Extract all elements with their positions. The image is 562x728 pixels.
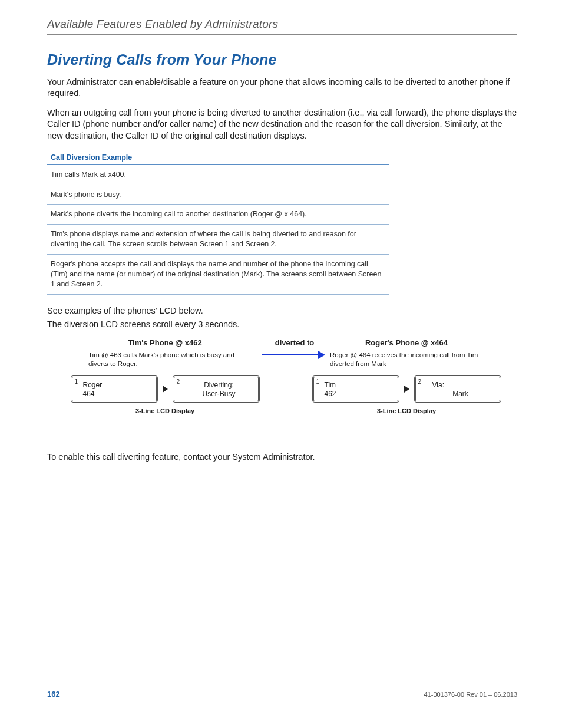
lcd-line: Via: bbox=[427, 381, 495, 390]
tim-screen-2: 2 Diverting: User-Busy bbox=[173, 375, 260, 403]
roger-lcd-label: 3-Line LCD Display bbox=[306, 407, 507, 414]
lcd-line: User-Busy bbox=[185, 390, 253, 398]
roger-lcd-row: 1 Tim 462 2 Via: Mark bbox=[306, 375, 507, 403]
scroll-arrow-icon bbox=[404, 386, 409, 393]
lcd-line: Roger bbox=[83, 381, 151, 390]
example-row: Roger's phone accepts the call and displ… bbox=[47, 255, 389, 295]
page-number: 162 bbox=[47, 690, 60, 699]
doc-id: 41-001376-00 Rev 01 – 06.2013 bbox=[424, 691, 517, 698]
closing-paragraph: To enable this call diverting feature, c… bbox=[47, 452, 517, 463]
example-row: Tim's phone displays name and extension … bbox=[47, 225, 389, 255]
note-line-2: The diversion LCD screens scroll every 3… bbox=[47, 319, 517, 330]
header-rule bbox=[47, 34, 517, 35]
screen-number: 2 bbox=[177, 378, 180, 386]
example-row: Mark's phone is busy. bbox=[47, 185, 389, 205]
tim-column: Tim's Phone @ x462 Tim @ 463 calls Mark'… bbox=[65, 338, 265, 414]
section-title: Diverting Calls from Your Phone bbox=[47, 51, 517, 68]
example-row: Mark's phone diverts the incoming call t… bbox=[47, 205, 389, 225]
example-row: Tim calls Mark at x400. bbox=[47, 165, 389, 185]
lcd-line: Tim bbox=[325, 381, 393, 390]
lcd-diagram: Tim's Phone @ x462 Tim @ 463 calls Mark'… bbox=[47, 338, 518, 439]
example-table: Call Diversion Example Tim calls Mark at… bbox=[47, 150, 389, 295]
roger-column: Roger's Phone @ x464 Roger @ 464 receive… bbox=[306, 338, 507, 414]
screen-number: 1 bbox=[316, 378, 320, 386]
page-footer: 162 41-001376-00 Rev 01 – 06.2013 bbox=[47, 690, 517, 699]
lcd-line: 462 bbox=[325, 390, 393, 398]
tim-lcd-label: 3-Line LCD Display bbox=[65, 407, 265, 414]
tim-phone-title: Tim's Phone @ x462 bbox=[65, 338, 265, 347]
tim-screen-1: 1 Roger 464 bbox=[71, 375, 158, 403]
lcd-line: Mark bbox=[427, 390, 495, 398]
tim-lcd-row: 1 Roger 464 2 Diverting: User-Busy bbox=[65, 375, 265, 403]
intro-paragraph-2: When an outgoing call from your phone is… bbox=[47, 107, 517, 141]
roger-screen-2: 2 Via: Mark bbox=[414, 375, 501, 403]
lcd-line: Diverting: bbox=[185, 381, 253, 390]
screen-number: 2 bbox=[418, 378, 422, 386]
roger-screen-1: 1 Tim 462 bbox=[312, 375, 399, 403]
lcd-line: 464 bbox=[83, 390, 151, 398]
screen-number: 1 bbox=[75, 378, 78, 386]
scroll-arrow-icon bbox=[163, 386, 168, 393]
note-line-1: See examples of the phones' LCD below. bbox=[47, 305, 517, 317]
roger-phone-title: Roger's Phone @ x464 bbox=[306, 338, 507, 347]
example-header: Call Diversion Example bbox=[47, 150, 389, 165]
running-header: Available Features Enabled by Administra… bbox=[47, 18, 517, 31]
tim-caption: Tim @ 463 calls Mark's phone which is bu… bbox=[88, 351, 242, 368]
intro-paragraph-1: Your Administrator can enable/disable a … bbox=[47, 77, 517, 99]
roger-caption: Roger @ 464 receives the incoming call f… bbox=[330, 351, 483, 368]
